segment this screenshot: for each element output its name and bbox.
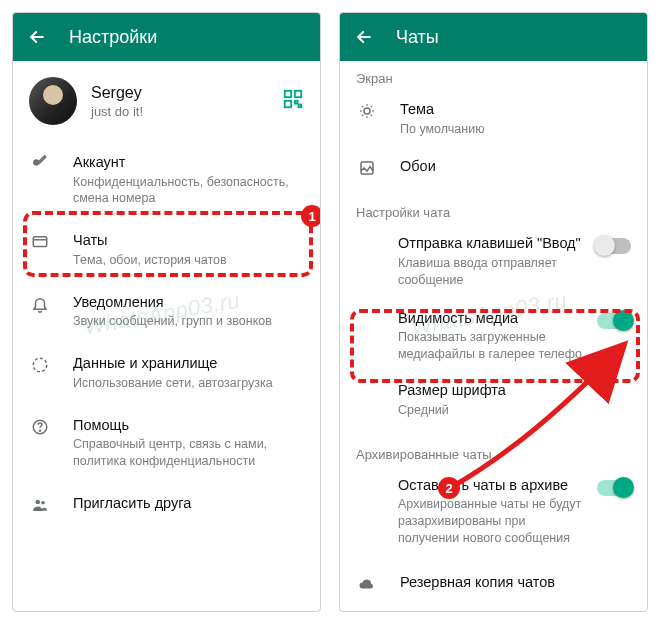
media-visibility-switch[interactable] bbox=[597, 313, 631, 329]
item-title: Обои bbox=[400, 157, 631, 177]
data-icon bbox=[29, 356, 51, 374]
item-desc: Средний bbox=[398, 402, 631, 419]
item-title: Тема bbox=[400, 100, 631, 120]
svg-rect-3 bbox=[295, 101, 298, 104]
cloud-icon bbox=[356, 575, 378, 593]
wallpaper-row[interactable]: Обои bbox=[340, 147, 647, 187]
item-title: Резервная копия чатов bbox=[400, 573, 631, 593]
people-icon bbox=[29, 496, 51, 514]
svg-point-11 bbox=[41, 501, 45, 505]
item-desc: Конфиденциальность, безопасность, смена … bbox=[73, 174, 304, 208]
chats-settings-screen: Чаты Экран Тема По умолчанию Обои Настро… bbox=[339, 12, 648, 612]
help-icon bbox=[29, 418, 51, 436]
item-desc: Тема, обои, история чатов bbox=[73, 252, 304, 269]
item-desc: По умолчанию bbox=[400, 121, 631, 138]
profile-row[interactable]: Sergey just do it! bbox=[13, 61, 320, 141]
svg-point-7 bbox=[33, 358, 47, 372]
svg-rect-1 bbox=[295, 91, 301, 97]
item-desc: Архивированные чаты не будут разархивиро… bbox=[398, 496, 583, 547]
svg-point-9 bbox=[39, 430, 40, 431]
keep-archived-row[interactable]: Оставлять чаты в архиве Архивированные ч… bbox=[340, 466, 647, 557]
item-title: Помощь bbox=[73, 416, 304, 436]
svg-rect-2 bbox=[285, 101, 291, 107]
item-desc: Использование сети, автозагрузка bbox=[73, 375, 304, 392]
appbar-title: Настройки bbox=[69, 27, 157, 48]
item-title: Уведомления bbox=[73, 293, 304, 313]
media-visibility-row[interactable]: Видимость медиа Показывать загруженные м… bbox=[340, 299, 647, 373]
svg-rect-4 bbox=[299, 105, 302, 108]
appbar-title: Чаты bbox=[396, 27, 439, 48]
enter-send-switch[interactable] bbox=[597, 238, 631, 254]
settings-item-chats[interactable]: Чаты Тема, обои, история чатов bbox=[13, 219, 320, 280]
settings-item-notifications[interactable]: Уведомления Звуки сообщений, групп и зво… bbox=[13, 281, 320, 342]
avatar bbox=[29, 77, 77, 125]
settings-screen: Настройки Sergey just do it! Аккаунт Кон… bbox=[12, 12, 321, 612]
keep-archived-switch[interactable] bbox=[597, 480, 631, 496]
theme-row[interactable]: Тема По умолчанию bbox=[340, 90, 647, 147]
key-icon bbox=[29, 155, 51, 173]
bell-icon bbox=[29, 295, 51, 313]
theme-icon bbox=[356, 102, 378, 120]
appbar-chats: Чаты bbox=[340, 13, 647, 61]
item-title: Аккаунт bbox=[73, 153, 304, 173]
item-desc: Клавиша ввода отправляет сообщение bbox=[398, 255, 583, 289]
settings-item-account[interactable]: Аккаунт Конфиденциальность, безопасность… bbox=[13, 141, 320, 219]
settings-item-help[interactable]: Помощь Справочный центр, связь с нами, п… bbox=[13, 404, 320, 482]
section-screen: Экран bbox=[340, 61, 647, 90]
svg-rect-0 bbox=[285, 91, 291, 97]
qr-icon[interactable] bbox=[282, 88, 304, 114]
item-title: Пригласить друга bbox=[73, 494, 304, 514]
svg-point-12 bbox=[364, 108, 370, 114]
section-chat: Настройки чата bbox=[340, 195, 647, 224]
appbar-settings: Настройки bbox=[13, 13, 320, 61]
backup-row[interactable]: Резервная копия чатов bbox=[340, 563, 647, 603]
item-desc: Показывать загруженные медиафайлы в гале… bbox=[398, 329, 583, 363]
item-title: Данные и хранилище bbox=[73, 354, 304, 374]
chat-icon bbox=[29, 233, 51, 251]
item-desc: Справочный центр, связь с нами, политика… bbox=[73, 436, 304, 470]
item-title: Видимость медиа bbox=[398, 309, 583, 329]
section-archive: Архивированные чаты bbox=[340, 437, 647, 466]
enter-send-row[interactable]: Отправка клавишей "Ввод" Клавиша ввода о… bbox=[340, 224, 647, 298]
item-desc: Звуки сообщений, групп и звонков bbox=[73, 313, 304, 330]
item-title: Чаты bbox=[73, 231, 304, 251]
settings-item-invite[interactable]: Пригласить друга bbox=[13, 482, 320, 526]
item-title: Оставлять чаты в архиве bbox=[398, 476, 583, 496]
back-icon[interactable] bbox=[354, 27, 374, 47]
svg-point-10 bbox=[36, 500, 41, 505]
profile-name: Sergey bbox=[91, 84, 268, 102]
profile-status: just do it! bbox=[91, 104, 268, 119]
back-icon[interactable] bbox=[27, 27, 47, 47]
item-title: Отправка клавишей "Ввод" bbox=[398, 234, 583, 254]
item-title: Размер шрифта bbox=[398, 381, 631, 401]
wallpaper-icon bbox=[356, 159, 378, 177]
font-size-row[interactable]: Размер шрифта Средний bbox=[340, 373, 647, 428]
settings-item-storage[interactable]: Данные и хранилище Использование сети, а… bbox=[13, 342, 320, 403]
svg-rect-6 bbox=[33, 237, 47, 247]
